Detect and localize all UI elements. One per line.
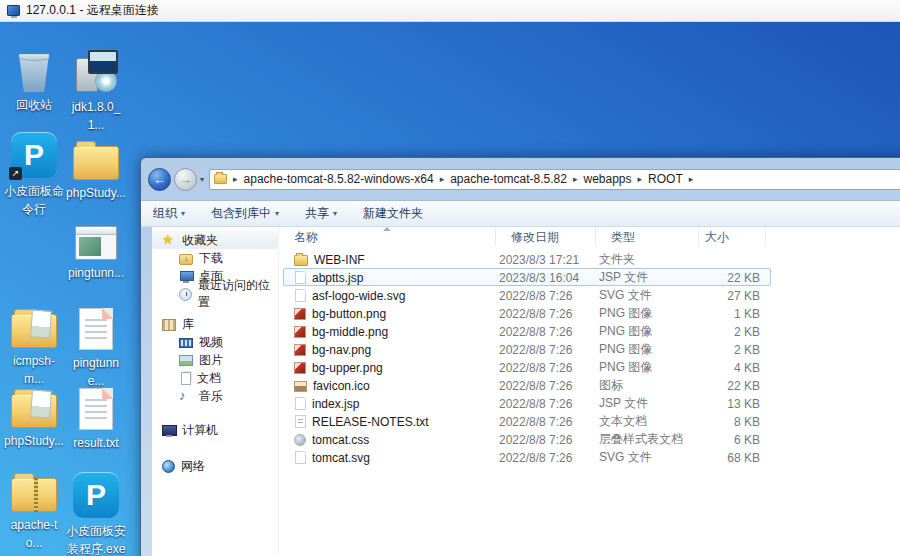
sidebar-item[interactable]: 文档 — [152, 369, 278, 387]
file-name: asf-logo-wide.svg — [284, 289, 498, 303]
network-icon — [162, 460, 175, 473]
history-dropdown-icon[interactable]: ▾ — [200, 175, 204, 184]
file-row[interactable]: bg-middle.png 2022/8/8 7:26 PNG 图像 2 KB — [283, 322, 771, 340]
file-row[interactable]: asf-logo-wide.svg 2022/8/8 7:26 SVG 文件 2… — [283, 286, 771, 304]
desktop-icon[interactable]: apache-to... — [4, 468, 64, 551]
file-date-modified: 2022/8/8 7:26 — [498, 343, 598, 357]
file-row[interactable]: index.jsp 2022/8/8 7:26 JSP 文件 13 KB — [283, 394, 771, 412]
desktop-icon-label: pingtunne... — [73, 356, 119, 388]
desktop-icon-label: result.txt — [73, 436, 118, 450]
sort-ascending-icon — [383, 227, 391, 231]
file-icon — [295, 271, 306, 284]
desktop-icon[interactable]: result.txt — [66, 388, 126, 451]
sidebar-item[interactable]: 最近访问的位置 — [152, 285, 278, 303]
file-row[interactable]: bg-button.png 2022/8/8 7:26 PNG 图像 1 KB — [283, 304, 771, 322]
file-type: PNG 图像 — [598, 305, 701, 322]
file-type: 图标 — [598, 377, 701, 394]
desktop-icon[interactable]: phpStudy... — [66, 136, 126, 201]
desktop-icon[interactable]: jdk1.8.0_1... — [66, 50, 126, 133]
breadcrumb-separator-icon: ▸ — [231, 174, 240, 184]
file-name: favicon.ico — [284, 379, 498, 393]
rdp-monitor-icon — [7, 5, 20, 16]
desktop-icon[interactable]: 小皮面板命令行 — [4, 132, 64, 217]
toolbar-button[interactable]: 包含到库中 ▾ — [211, 205, 279, 222]
file-name: bg-button.png — [284, 307, 498, 321]
file-row[interactable]: bg-upper.png 2022/8/8 7:26 PNG 图像 4 KB — [283, 358, 771, 376]
desktop-icon[interactable]: icmpsh-m... — [4, 304, 64, 387]
column-header-size[interactable]: 大小 — [699, 227, 766, 246]
breadcrumb-segment[interactable]: apache-tomcat-8.5.82-windows-x64 — [244, 172, 434, 186]
desktop-icon[interactable]: phpStudy... — [4, 384, 64, 449]
desktop-icon[interactable]: 回收站 — [4, 50, 64, 113]
desktop-icon[interactable]: 小皮面板安装程序.exe — [66, 472, 126, 556]
file-date-modified: 2022/8/8 7:26 — [498, 451, 598, 465]
file-icon — [295, 397, 306, 410]
file-size: 27 KB — [701, 289, 768, 303]
rdp-connection-bar: 127.0.0.1 - 远程桌面连接 — [0, 0, 900, 22]
file-name: WEB-INF — [284, 253, 498, 267]
file-type: 文本文档 — [598, 413, 701, 430]
sidebar-group-1[interactable]: 库 — [152, 315, 278, 333]
desktop-icon[interactable]: pingtunn... — [66, 218, 126, 281]
file-name: tomcat.svg — [284, 451, 498, 465]
sidebar-item[interactable]: 图片 — [152, 351, 278, 369]
file-type: 层叠样式表文档 — [598, 431, 701, 448]
recent-places-icon — [179, 288, 192, 301]
chevron-down-icon: ▾ — [181, 209, 185, 218]
file-row[interactable]: bg-nav.png 2022/8/8 7:26 PNG 图像 2 KB — [283, 340, 771, 358]
png-image-icon — [294, 308, 306, 320]
folder-icon — [214, 174, 227, 184]
breadcrumb-segment[interactable]: webapps — [583, 172, 631, 186]
music-icon — [179, 389, 193, 403]
file-row[interactable]: tomcat.css 2022/8/8 7:26 层叠样式表文档 6 KB — [283, 430, 771, 448]
file-name: index.jsp — [284, 397, 498, 411]
breadcrumb-separator-icon: ▸ — [571, 174, 580, 184]
breadcrumb-segment[interactable]: ROOT — [648, 172, 683, 186]
rdp-connection-title: 127.0.0.1 - 远程桌面连接 — [26, 2, 159, 19]
sidebar-item[interactable]: 下载 — [152, 249, 278, 267]
sidebar-item[interactable]: 音乐 — [152, 387, 278, 405]
file-date-modified: 2023/8/3 16:04 — [498, 271, 598, 285]
css-icon — [294, 434, 306, 446]
breadcrumb-separator-icon: ▸ — [636, 174, 645, 184]
back-button[interactable] — [148, 168, 171, 191]
phpstudy-app-icon — [73, 472, 119, 518]
desktop-icon-label: 小皮面板命令行 — [4, 184, 64, 216]
folder-icon — [73, 146, 119, 180]
pictures-icon — [179, 355, 193, 366]
toolbar-button[interactable]: 共享 ▾ — [305, 205, 337, 222]
sidebar-group-0[interactable]: 收藏夹 — [152, 231, 278, 249]
file-date-modified: 2022/8/8 7:26 — [498, 379, 598, 393]
file-row[interactable]: favicon.ico 2022/8/8 7:26 图标 22 KB — [283, 376, 771, 394]
file-row[interactable]: tomcat.svg 2022/8/8 7:26 SVG 文件 68 KB — [283, 448, 771, 466]
column-header-type[interactable]: 类型 — [596, 227, 699, 246]
videos-icon — [179, 338, 193, 348]
address-breadcrumb-bar[interactable]: ▸ apache-tomcat-8.5.82-windows-x64 ▸ apa… — [209, 169, 900, 190]
computer-icon — [162, 423, 176, 437]
file-type: JSP 文件 — [598, 395, 701, 412]
toolbar-button[interactable]: 组织 ▾ — [153, 205, 185, 222]
sidebar-group-2[interactable]: 计算机 — [152, 421, 278, 439]
file-row[interactable]: abptts.jsp 2023/8/3 16:04 JSP 文件 22 KB — [283, 268, 771, 286]
desktop-icon — [179, 269, 193, 283]
desktop-icon[interactable]: pingtunne... — [66, 308, 126, 389]
navigation-pane: 收藏夹 下载 桌面 最近访问的位置 库 视频 图片 文档 音乐 计算机 网络 — [152, 227, 279, 556]
forward-button[interactable] — [174, 168, 197, 191]
file-type: PNG 图像 — [598, 359, 701, 376]
file-type: 文件夹 — [598, 251, 701, 268]
png-image-icon — [294, 362, 306, 374]
column-header-date[interactable]: 修改日期 — [496, 227, 596, 246]
sidebar-item[interactable]: 视频 — [152, 333, 278, 351]
breadcrumb-segment[interactable]: apache-tomcat-8.5.82 — [450, 172, 567, 186]
file-list-pane: 名称 修改日期 类型 大小 WEB-INF 2023/8/3 17:21 文件夹… — [279, 227, 900, 556]
png-image-icon — [294, 344, 306, 356]
toolbar-button[interactable]: 新建文件夹 — [363, 205, 423, 222]
file-row[interactable]: WEB-INF 2023/8/3 17:21 文件夹 — [283, 250, 771, 268]
file-row[interactable]: RELEASE-NOTES.txt 2022/8/8 7:26 文本文档 8 K… — [283, 412, 771, 430]
explorer-window: ▾ ▸ apache-tomcat-8.5.82-windows-x64 ▸ a… — [140, 157, 900, 556]
column-header-row: 名称 修改日期 类型 大小 — [279, 227, 900, 246]
sidebar-group-3[interactable]: 网络 — [152, 457, 278, 475]
file-name: tomcat.css — [284, 433, 498, 447]
file-date-modified: 2022/8/8 7:26 — [498, 361, 598, 375]
navigation-bar: ▾ ▸ apache-tomcat-8.5.82-windows-x64 ▸ a… — [141, 158, 900, 200]
